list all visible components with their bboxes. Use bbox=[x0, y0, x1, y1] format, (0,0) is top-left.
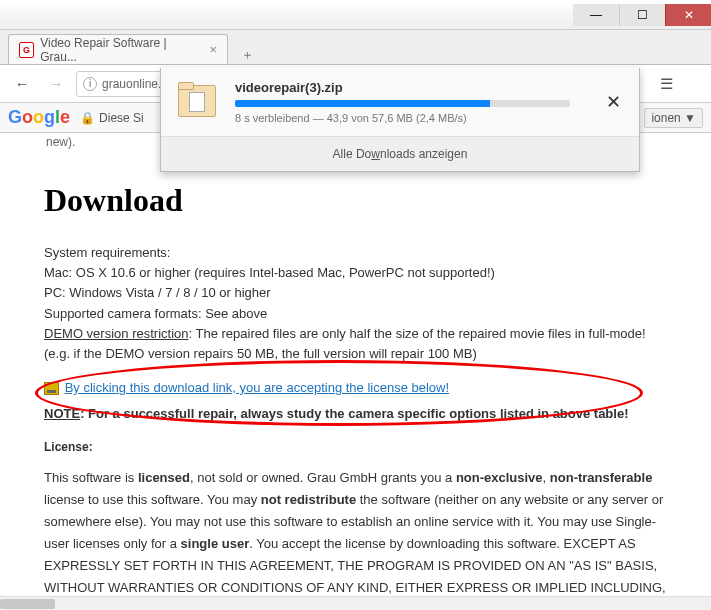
window-close-button[interactable]: ✕ bbox=[665, 4, 711, 26]
bookmark-item[interactable]: 🔒Diese Si bbox=[80, 111, 144, 125]
show-all-downloads-button[interactable]: Alle Downloads anzeigen bbox=[161, 136, 639, 171]
download-status: 8 s verbleibend — 43,9 von 57,6 MB (2,4 … bbox=[235, 112, 587, 124]
bookmark-label: Diese Si bbox=[99, 111, 144, 125]
window-maximize-button[interactable]: ☐ bbox=[619, 4, 665, 26]
tab-strip: G Video Repair Software | Grau... × ＋ bbox=[0, 30, 711, 65]
note-row: NOTE: For a successfull repair, always s… bbox=[44, 404, 667, 424]
horizontal-scrollbar[interactable] bbox=[0, 596, 711, 610]
downloads-popup: videorepair(3).zip 8 s verbleibend — 43,… bbox=[160, 68, 640, 172]
info-icon[interactable]: i bbox=[83, 77, 97, 91]
back-button[interactable]: ← bbox=[8, 70, 36, 98]
req-label: System requirements: bbox=[44, 243, 667, 263]
menu-button[interactable]: ☰ bbox=[652, 70, 680, 98]
tab-close-icon[interactable]: × bbox=[209, 42, 217, 57]
license-heading: License: bbox=[44, 438, 667, 457]
google-logo[interactable]: Google bbox=[8, 107, 70, 128]
window-titlebar: — ☐ ✕ bbox=[0, 0, 711, 30]
lock-icon: 🔒 bbox=[80, 111, 95, 125]
tab-title: Video Repair Software | Grau... bbox=[40, 36, 197, 64]
download-link-row: By clicking this download link, you are … bbox=[44, 378, 667, 398]
download-cancel-button[interactable]: ✕ bbox=[601, 87, 625, 117]
download-filename[interactable]: videorepair(3).zip bbox=[235, 80, 587, 95]
browser-tab[interactable]: G Video Repair Software | Grau... × bbox=[8, 34, 228, 64]
favicon-icon: G bbox=[19, 42, 34, 58]
req-mac: Mac: OS X 10.6 or higher (requires Intel… bbox=[44, 263, 667, 283]
license-text: This software is licensed, not sold or o… bbox=[44, 467, 667, 596]
package-icon bbox=[44, 382, 59, 395]
download-progress-bar bbox=[235, 100, 570, 107]
download-link[interactable]: By clicking this download link, you are … bbox=[65, 380, 449, 395]
page-heading: Download bbox=[44, 176, 667, 226]
bookmark-options[interactable]: ionen ▼ bbox=[644, 108, 703, 128]
page-viewport: new). Download System requirements: Mac:… bbox=[0, 133, 711, 596]
req-cam: Supported camera formats: See above bbox=[44, 304, 667, 324]
forward-button[interactable]: → bbox=[42, 70, 70, 98]
folder-icon bbox=[175, 82, 221, 122]
req-pc: PC: Windows Vista / 7 / 8 / 10 or higher bbox=[44, 283, 667, 303]
window-minimize-button[interactable]: — bbox=[573, 4, 619, 26]
req-demo: DEMO version restriction: The repaired f… bbox=[44, 324, 667, 364]
new-tab-button[interactable]: ＋ bbox=[238, 46, 256, 64]
